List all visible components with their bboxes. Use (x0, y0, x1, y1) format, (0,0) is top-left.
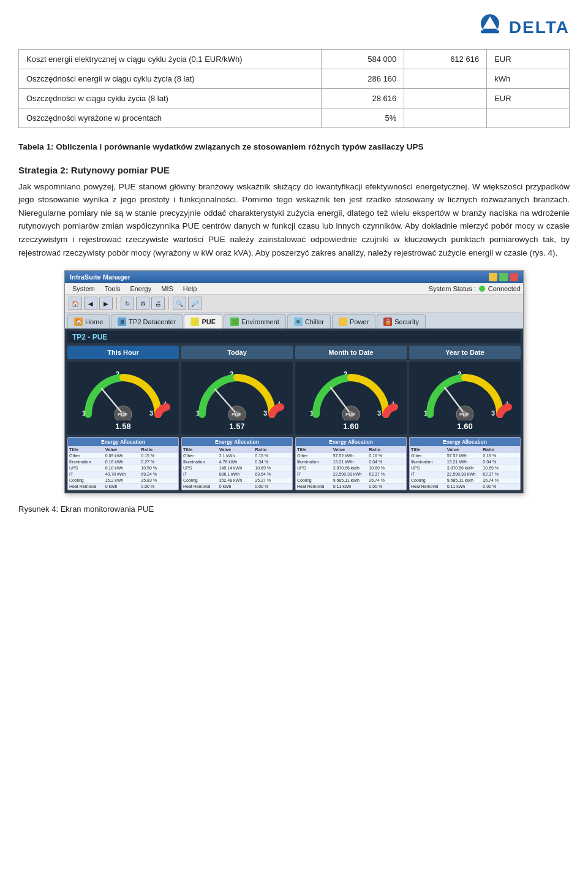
ea-cell: 25.27 % (255, 478, 291, 482)
ea-col-title: Title (183, 447, 219, 452)
menu-mis[interactable]: MIS (156, 284, 178, 294)
svg-line-8 (102, 389, 123, 414)
tab-tp2datacenter[interactable]: 🖥 TP2 Datacenter (111, 314, 183, 329)
maximize-button[interactable] (499, 273, 508, 281)
table-row: Oszczędności w ciągu cyklu życia (8 lat)… (19, 89, 570, 108)
gauge-panel-1: 1 2 3 4 (67, 362, 179, 435)
tab-security[interactable]: 🔒 Security (377, 314, 426, 329)
svg-line-32 (445, 387, 465, 414)
toolbar-btn-print[interactable]: 🖨 (151, 297, 165, 310)
close-button[interactable] (510, 273, 518, 281)
nav-tabs: 🏠 Home 🖥 TP2 Datacenter ⚡ PUE 🌿 Environm… (65, 313, 523, 329)
toolbar-btn-zoom-in[interactable]: 🔍 (173, 297, 186, 310)
ea-cell: Other (411, 454, 447, 458)
ea-cell: 0.00 % (483, 484, 519, 489)
toolbar-btn-settings[interactable]: ⚙ (136, 297, 149, 310)
ea-cell: 0.04 % (369, 460, 405, 464)
ea-cell: 15.21 kWh (447, 460, 483, 464)
window-title: InfraSuite Manager (70, 273, 130, 281)
row-value1: 5% (322, 108, 404, 128)
svg-line-16 (215, 389, 237, 414)
menu-energy[interactable]: Energy (125, 284, 156, 294)
pue-value-3: 1.60 (343, 422, 358, 431)
toolbar-btn-forward[interactable]: ▶ (99, 297, 113, 310)
ea-cell: 15.21 kWh (333, 460, 369, 464)
ea-cell: IT (297, 472, 333, 476)
ea-cell: 57.52 kWh (447, 454, 483, 458)
svg-rect-2 (481, 30, 499, 33)
ea-cell: IT (183, 472, 219, 476)
gauge-svg-3: 1 2 3 4 PUE (298, 365, 404, 420)
tab-pue[interactable]: ⚡ PUE (184, 314, 222, 329)
gauge-panel-2: 1 2 3 4 PUE 1.57 (181, 362, 293, 435)
period-tab-year[interactable]: Year to Date (409, 346, 521, 359)
tab-environment[interactable]: 🌿 Environment (224, 314, 286, 329)
ea-col-value: Value (105, 447, 141, 452)
svg-text:PUE: PUE (118, 412, 127, 417)
ea-cell: Heat Removal (411, 484, 447, 489)
period-tab-this-hour[interactable]: This Hour (67, 346, 179, 359)
ea-row: IT 886.1 kWh 63.54 % (182, 471, 292, 477)
infrasuite-window: InfraSuite Manager System Tools Energy M… (64, 270, 524, 493)
tab-pue-label: PUE (202, 318, 216, 325)
ea-cell: Heat Removal (297, 484, 333, 489)
svg-text:3: 3 (377, 409, 381, 417)
tab-chiller[interactable]: ❄ Chiller (287, 314, 331, 329)
tab-home-label: Home (85, 318, 103, 325)
ea-col-headers-4: Title Value Ratio (410, 446, 520, 453)
ea-cell: 22,590.38 kWh (447, 472, 483, 476)
toolbar-btn-back[interactable]: ◀ (84, 297, 97, 310)
ea-cell: 62.37 % (369, 472, 405, 476)
ea-cell: IT (69, 472, 105, 476)
ea-cell: 0.00 % (255, 484, 291, 489)
period-tab-month[interactable]: Month to Date (295, 346, 407, 359)
ea-cell: 886.1 kWh (219, 472, 255, 476)
gauge-panel-4: 1 2 3 4 PUE 1.60 (409, 362, 521, 435)
ea-cell: UPS (69, 466, 105, 470)
table-row: Koszt energii elektrycznej w ciągu cyklu… (19, 50, 570, 69)
toolbar-btn-home[interactable]: 🏠 (69, 297, 82, 310)
ea-cell: Cooling (183, 478, 219, 482)
menu-bar: System Tools Energy MIS Help System Stat… (65, 283, 523, 295)
menu-tools[interactable]: Tools (100, 284, 126, 294)
ea-cell: 10.69 % (369, 466, 405, 470)
table-row: Oszczędności wyrażone w procentach 5% (19, 108, 570, 128)
ea-cell: 25.83 % (141, 478, 177, 482)
minimize-button[interactable] (489, 273, 497, 281)
row-value2 (404, 89, 487, 108)
ea-cell: Cooling (297, 478, 333, 482)
ea-row: Other 57.52 kWh 0.16 % (296, 453, 406, 459)
ea-cell: 3,870.56 kWh (333, 466, 369, 470)
menu-help[interactable]: Help (178, 284, 202, 294)
ea-cell: 2.1 kWh (219, 454, 255, 458)
ea-cell: 26.74 % (369, 478, 405, 482)
ea-cell: 6.18 kWh (105, 466, 141, 470)
ea-cell: 0.09 kWh (105, 454, 141, 458)
ea-col-value: Value (219, 447, 255, 452)
period-tab-today[interactable]: Today (181, 346, 293, 359)
ea-cell: 63.54 % (255, 472, 291, 476)
section1-title: Strategia 2: Rutynowy pomiar PUE (18, 165, 570, 175)
figure-caption: Rysunek 4: Ekran monitorowania PUE (18, 504, 570, 514)
row-label: Oszczędności wyrażone w procentach (19, 108, 322, 128)
ea-col-headers-1: Title Value Ratio (68, 446, 178, 453)
toolbar-btn-refresh[interactable]: ↻ (121, 297, 134, 310)
ea-cell: 10.69 % (255, 466, 291, 470)
ea-cell: 0.00 % (369, 484, 405, 489)
ea-cell: 26.74 % (483, 478, 519, 482)
ea-cell: 62.37 % (483, 472, 519, 476)
ea-cell: 57.52 kWh (333, 454, 369, 458)
tab-home[interactable]: 🏠 Home (67, 314, 110, 329)
ea-cell: Illumination (411, 460, 447, 464)
ea-cell: 10.69 % (483, 466, 519, 470)
ea-row: Cooling 9,685.11 kWh 26.74 % (296, 477, 406, 484)
ea-cell: Other (183, 454, 219, 458)
energy-alloc-panel-2: Energy Allocation Title Value Ratio Othe… (181, 437, 293, 490)
tab-power[interactable]: ⚡ Power (332, 314, 375, 329)
toolbar-btn-zoom-out[interactable]: 🔎 (188, 297, 202, 310)
ea-col-ratio: Ratio (369, 447, 405, 452)
logo-area: DELTA (18, 12, 570, 43)
menu-system[interactable]: System (67, 284, 100, 294)
logo-box: DELTA (475, 12, 570, 43)
ea-cell: Illumination (69, 460, 105, 464)
